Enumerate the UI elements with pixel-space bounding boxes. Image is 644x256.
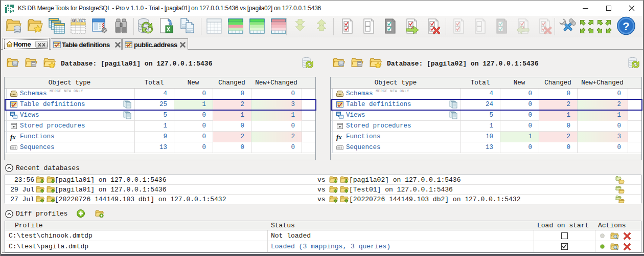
svg-text:fx: fx: [336, 133, 342, 141]
svg-text:fx: fx: [10, 133, 16, 141]
svg-text:?: ?: [623, 20, 630, 33]
svg-text:SELECT: SELECT: [72, 19, 86, 23]
